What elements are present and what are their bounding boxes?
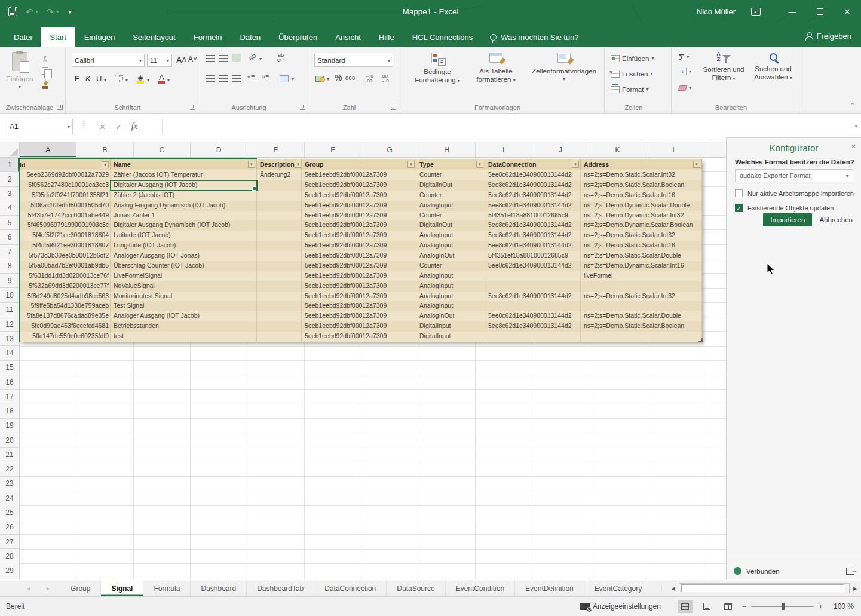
table-cell[interactable]: AnalogInOut: [416, 251, 485, 261]
fill-color-icon[interactable]: ◈: [136, 73, 145, 81]
table-cell[interactable]: AnalogInput: [416, 241, 485, 251]
table-cell[interactable]: 5f631dd1dd3d0200013ce76f: [20, 271, 111, 281]
table-cell[interactable]: 5eeb1eebd92dbf00012a7309: [302, 271, 416, 281]
table-resize-handle-icon[interactable]: [698, 338, 703, 342]
filter-dropdown-icon[interactable]: ▾: [572, 161, 579, 168]
accounting-format-icon[interactable]: [315, 75, 325, 82]
column-header-L[interactable]: L: [646, 142, 703, 157]
table-cell[interactable]: 5f5a00bad7b2ef0001ab9db5: [20, 261, 111, 271]
table-cell[interactable]: [257, 292, 302, 302]
format-select[interactable]: audako Exporter Format ▾: [735, 169, 853, 182]
account-user-name[interactable]: Nico Müller: [697, 7, 736, 16]
column-header-partial[interactable]: [703, 142, 725, 157]
sheet-tab-dashboardtab[interactable]: DashboardTab: [247, 580, 314, 596]
filter-dropdown-icon[interactable]: ▾: [476, 161, 483, 168]
formula-bar-splitter[interactable]: ⋮: [80, 121, 87, 125]
sheet-tab-dataconnection[interactable]: DataConnection: [314, 580, 387, 596]
table-cell[interactable]: AnalogInput: [416, 301, 485, 311]
borders-dropdown-icon[interactable]: ▾: [125, 78, 128, 83]
column-header-F[interactable]: F: [305, 142, 361, 157]
ribbon-tab-formeln[interactable]: Formeln: [185, 27, 231, 47]
table-cell[interactable]: [257, 201, 302, 211]
checkbox-checked-icon[interactable]: ✓: [735, 204, 743, 212]
bold-icon[interactable]: F: [73, 74, 81, 83]
row-header-24[interactable]: 24: [0, 491, 19, 505]
table-cell[interactable]: 5f573d3b30ee0b00012b6df2: [20, 251, 111, 261]
display-settings-button[interactable]: Anzeigeeinstellungen: [580, 602, 661, 611]
table-cell[interactable]: [485, 281, 581, 292]
table-cell[interactable]: DigitalInput: [416, 332, 485, 342]
table-cell[interactable]: 5f4650960791990001903c8c: [20, 220, 111, 231]
table-cell[interactable]: 5fc0d99ae453f6ecefcd4681: [20, 321, 111, 332]
number-format-combo[interactable]: Standard▾: [314, 54, 393, 67]
hscroll-thumb[interactable]: [681, 584, 844, 592]
comma-style-icon[interactable]: 000: [345, 75, 356, 81]
align-bottom-icon[interactable]: [232, 54, 241, 62]
row-header-17[interactable]: 17: [0, 390, 19, 404]
table-cell[interactable]: ns=2;s=Demo.Static.Scalar.Boolean: [581, 321, 702, 332]
row-header-22[interactable]: 22: [0, 462, 19, 477]
table-cell[interactable]: LiveFormelSignal: [111, 271, 257, 281]
checkbox-update-existing[interactable]: ✓ Existierende Objekte updaten: [735, 204, 834, 212]
underline-icon[interactable]: U: [94, 74, 103, 83]
share-button[interactable]: Freigeben: [805, 27, 851, 44]
table-cell[interactable]: 5ee8c62d1e340900013144d2: [485, 180, 581, 191]
italic-icon[interactable]: K: [84, 74, 93, 83]
table-cell[interactable]: 5eeb1eebd92dbf00012a7309: [302, 311, 416, 321]
page-break-view-button[interactable]: [721, 600, 736, 613]
table-cell[interactable]: Test Signal: [111, 301, 257, 311]
column-header-C[interactable]: C: [134, 142, 191, 157]
copy-icon[interactable]: [42, 67, 48, 75]
align-right-icon[interactable]: [232, 75, 241, 83]
format-painter-icon[interactable]: [42, 81, 49, 89]
sheet-tab-formula[interactable]: Formula: [143, 580, 191, 596]
row-header-5[interactable]: 5: [0, 216, 19, 230]
row-header-26[interactable]: 26: [0, 520, 19, 535]
table-cell[interactable]: 5eeb1eebd92dbf00012a7309: [302, 170, 416, 180]
zoom-slider-thumb[interactable]: [782, 603, 785, 610]
sheet-tab-group[interactable]: Group: [60, 580, 101, 596]
align-center-icon[interactable]: [219, 75, 228, 83]
table-cell[interactable]: [485, 332, 581, 342]
table-cell[interactable]: [257, 211, 302, 221]
table-cell[interactable]: [257, 191, 302, 201]
table-cell[interactable]: [257, 321, 302, 332]
row-header-25[interactable]: 25: [0, 505, 19, 520]
clear-button[interactable]: ▾: [679, 82, 691, 94]
table-cell[interactable]: [581, 281, 702, 292]
filter-dropdown-icon[interactable]: ▾: [102, 161, 109, 168]
name-box[interactable]: A1 ▾: [5, 119, 73, 134]
table-cell[interactable]: 5f06ac10fedfd50001505d70: [20, 201, 111, 211]
column-header-I[interactable]: I: [476, 142, 532, 157]
row-header-18[interactable]: 18: [0, 404, 19, 419]
table-cell[interactable]: 5eeb1eebd92dbf00012a7309: [302, 180, 416, 191]
table-cell[interactable]: 5f43b7e1742ccc0001abe449: [20, 211, 111, 221]
row-header-19[interactable]: 19: [0, 419, 19, 433]
font-size-combo[interactable]: 11▾: [147, 54, 172, 67]
table-cell[interactable]: [257, 261, 302, 271]
table-cell[interactable]: Zähler (Jacobs IOT) Temperatur: [111, 170, 257, 180]
table-cell[interactable]: AnalogInput: [416, 201, 485, 211]
table-cell[interactable]: 5f0562c27480c10001ea3cc3: [20, 180, 111, 191]
table-cell[interactable]: 5f8d249d8025d4adb98cc563: [20, 292, 111, 302]
format-as-table-button[interactable]: Als Tabelle formatieren ▾: [470, 53, 522, 85]
ribbon-tab-seitenlayout[interactable]: Seitenlayout: [124, 27, 185, 47]
table-cell[interactable]: ns=2;s=Demo.Static.Scalar.Int16: [581, 241, 702, 251]
row-header-13[interactable]: 13: [0, 332, 19, 346]
conditional-formatting-button[interactable]: Bedingte Formatierung ▾: [410, 53, 465, 85]
row-header-12[interactable]: 12: [0, 317, 19, 332]
tab-scroll-splitter[interactable]: ⁞: [652, 580, 671, 596]
find-select-button[interactable]: Suchen und Auswählen ▾: [749, 51, 797, 82]
table-cell[interactable]: Überschlag Counter (IOT Jacob): [111, 261, 257, 271]
table-cell[interactable]: 5eeb1eebd92dbf00012a7309: [302, 201, 416, 211]
horizontal-scrollbar[interactable]: ◀ ▶: [671, 580, 861, 596]
close-button[interactable]: ✕: [834, 0, 861, 23]
column-header-J[interactable]: J: [532, 142, 589, 157]
table-cell[interactable]: Analoger Ausgang (IOT Jonas): [111, 251, 257, 261]
insert-cells-button[interactable]: Einfügen▾: [611, 53, 654, 64]
borders-icon[interactable]: [115, 75, 123, 82]
table-cell[interactable]: Zähler 2 (Jacobs IOT): [111, 191, 257, 201]
table-cell[interactable]: AnalogInput: [416, 281, 485, 292]
table-cell[interactable]: 5ee8c62d1e340900013144d2: [485, 231, 581, 241]
formula-input[interactable]: [165, 119, 847, 134]
